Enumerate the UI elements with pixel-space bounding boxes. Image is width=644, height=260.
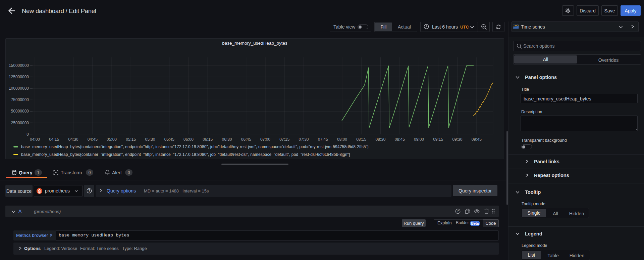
svg-text:07:45: 07:45 (318, 137, 328, 142)
svg-text:06:15: 06:15 (203, 137, 213, 142)
svg-text:75000000: 75000000 (11, 97, 29, 102)
svg-text:04:00: 04:00 (30, 137, 40, 142)
svg-text:04:30: 04:30 (68, 137, 78, 142)
svg-text:?: ? (88, 189, 90, 192)
svg-text:07:15: 07:15 (279, 137, 289, 142)
svg-text:50000000: 50000000 (11, 109, 29, 114)
svg-text:08:15: 08:15 (356, 137, 366, 142)
svg-text:07:00: 07:00 (260, 137, 270, 142)
svg-text:04:45: 04:45 (88, 137, 98, 142)
svg-text:09:45: 09:45 (472, 137, 482, 142)
svg-text:08:30: 08:30 (375, 137, 385, 142)
svg-text:08:00: 08:00 (337, 137, 347, 142)
svg-text:08:45: 08:45 (395, 137, 405, 142)
svg-text:0: 0 (26, 132, 29, 137)
svg-text:05:30: 05:30 (145, 137, 155, 142)
svg-text:09:30: 09:30 (452, 137, 462, 142)
svg-text:06:30: 06:30 (222, 137, 232, 142)
svg-text:05:15: 05:15 (126, 137, 136, 142)
svg-text:04:15: 04:15 (49, 137, 59, 142)
svg-text:09:00: 09:00 (414, 137, 424, 142)
svg-text:06:00: 06:00 (183, 137, 194, 142)
svg-text:05:45: 05:45 (164, 137, 174, 142)
svg-text:09:15: 09:15 (433, 137, 443, 142)
svg-text:125000000: 125000000 (9, 75, 29, 79)
svg-text:07:30: 07:30 (299, 137, 309, 142)
svg-text:100000000: 100000000 (9, 86, 29, 91)
svg-text:25000000: 25000000 (11, 121, 29, 125)
svg-text:?: ? (457, 209, 459, 213)
svg-text:150000000: 150000000 (9, 63, 29, 68)
svg-text:06:45: 06:45 (241, 137, 251, 142)
svg-text:05:00: 05:00 (107, 137, 117, 142)
